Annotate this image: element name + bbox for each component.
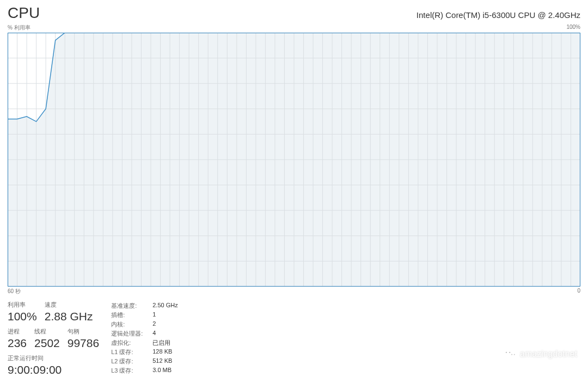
stats-section: 利用率 100% 速度 2.88 GHz 进程 236 线程 2502 句柄 9… [0, 295, 588, 376]
svg-point-72 [506, 352, 507, 353]
detail-key: 虚拟化: [111, 339, 143, 347]
cpu-model-label: Intel(R) Core(TM) i5-6300U CPU @ 2.40GHz [416, 10, 580, 20]
detail-value: 2 [152, 320, 177, 329]
y-axis-label: % 利用率 [8, 24, 30, 32]
stats-row-2: 进程 236 线程 2502 句柄 99786 [8, 327, 99, 350]
cpu-utilization-chart [8, 33, 580, 287]
detail-value: 2.50 GHz [152, 302, 177, 310]
x-axis-right-label: 0 [577, 288, 580, 295]
chart-top-axis: % 利用率 100% [0, 24, 588, 32]
stat-value: 2502 [34, 337, 60, 350]
detail-value: 128 KB [152, 348, 177, 356]
detail-key: 逻辑处理器: [111, 330, 143, 338]
page-title: CPU [8, 4, 40, 22]
header: CPU Intel(R) Core(TM) i5-6300U CPU @ 2.4… [0, 0, 588, 23]
stat-label: 正常运行时间 [8, 354, 62, 362]
stat-uptime: 正常运行时间 9:00:09:00 [8, 354, 62, 376]
stats-row-1: 利用率 100% 速度 2.88 GHz [8, 301, 99, 323]
stat-value: 236 [8, 337, 27, 350]
watermark: amazingdotnet [503, 348, 577, 361]
stat-label: 速度 [45, 301, 93, 309]
stats-right-column: 基准速度: 2.50 GHz 插槽: 1 内核: 2 逻辑处理器: 4 虚拟化:… [111, 301, 178, 376]
y-axis-max: 100% [566, 24, 580, 32]
stat-label: 进程 [8, 327, 27, 336]
x-axis-left-label: 60 秒 [8, 288, 21, 295]
svg-point-75 [514, 354, 515, 355]
stats-left-column: 利用率 100% 速度 2.88 GHz 进程 236 线程 2502 句柄 9… [8, 301, 99, 376]
detail-value: 已启用 [152, 339, 177, 347]
svg-point-74 [511, 354, 512, 355]
wechat-icon [503, 348, 518, 361]
stat-threads: 线程 2502 [34, 327, 60, 350]
detail-key: 内核: [111, 320, 143, 329]
stat-value: 99786 [68, 337, 99, 350]
stat-label: 利用率 [8, 301, 37, 309]
chart-bottom-axis: 60 秒 0 [0, 288, 588, 295]
cpu-chart-container [8, 33, 580, 287]
stat-value: 100% [8, 310, 37, 323]
stats-row-3: 正常运行时间 9:00:09:00 [8, 354, 99, 376]
detail-key: 插槽: [111, 311, 143, 319]
stat-processes: 进程 236 [8, 327, 27, 350]
detail-value: 3.0 MB [152, 367, 177, 375]
detail-value: 4 [152, 330, 177, 338]
stat-speed: 速度 2.88 GHz [45, 301, 93, 323]
stat-label: 线程 [34, 327, 60, 336]
detail-key: 基准速度: [111, 302, 143, 310]
stat-utilization: 利用率 100% [8, 301, 37, 323]
svg-point-71 [509, 351, 517, 359]
detail-value: 512 KB [152, 357, 177, 366]
stat-value: 2.88 GHz [45, 310, 93, 323]
watermark-text: amazingdotnet [520, 349, 577, 359]
stat-handles: 句柄 99786 [68, 327, 99, 350]
detail-key: L2 缓存: [111, 357, 143, 366]
stat-value: 9:00:09:00 [8, 363, 62, 376]
detail-key: L1 缓存: [111, 348, 143, 356]
detail-value: 1 [152, 311, 177, 319]
detail-key: L3 缓存: [111, 367, 143, 375]
svg-point-73 [509, 352, 510, 353]
stat-label: 句柄 [68, 327, 99, 336]
